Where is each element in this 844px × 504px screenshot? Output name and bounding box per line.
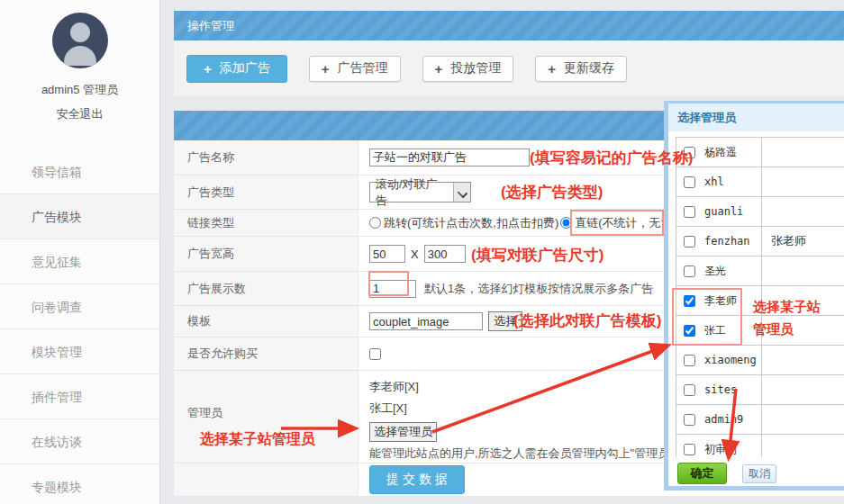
- sidebar-menu: 领导信箱 广告模块 意见征集 问卷调查 模块管理 插件管理 在线访谈 专题模块: [0, 149, 159, 504]
- admin-name: fenzhan: [704, 235, 750, 248]
- template-input[interactable]: [369, 312, 483, 330]
- plus-icon: +: [322, 61, 330, 76]
- ad-count-input[interactable]: [369, 280, 416, 298]
- avatar-person-icon: [70, 22, 90, 42]
- admin-name: xiaomeng: [704, 354, 757, 366]
- manage-ad-button[interactable]: + 广告管理: [309, 56, 401, 82]
- ad-name-label: 广告名称: [174, 140, 358, 175]
- template-pick-button[interactable]: 选择: [488, 311, 522, 331]
- admin-list: 杨路遥 xhl guanli fenzhan 张老师 圣光 李老师: [676, 137, 844, 457]
- admin-checkbox[interactable]: [684, 355, 695, 366]
- refresh-cache-button[interactable]: + 更新缓存: [535, 56, 627, 82]
- admin-name: sites: [704, 383, 737, 396]
- ad-type-select[interactable]: 滚动/对联广告: [369, 182, 471, 202]
- admins-label: 管理员: [174, 371, 358, 463]
- pick-admin-button[interactable]: 选择管理员: [369, 422, 437, 442]
- chevron-down-icon: [453, 183, 470, 202]
- sidebar-item-survey[interactable]: 问卷调查: [0, 284, 159, 329]
- admin-note: 张老师: [762, 233, 806, 249]
- popup-title: 选择管理员: [668, 104, 844, 131]
- admin-checkbox[interactable]: [684, 414, 695, 426]
- popup-cancel-button[interactable]: 取消: [742, 464, 776, 483]
- ad-name-input[interactable]: [369, 148, 530, 166]
- logout-link[interactable]: 安全退出: [0, 106, 159, 122]
- admin-row: xiaomeng: [676, 346, 844, 375]
- admin-name: 初审周: [704, 442, 737, 457]
- sidebar-item-online-interview[interactable]: 在线访谈: [0, 419, 159, 464]
- admin-row: sites: [676, 375, 844, 405]
- ad-type-label: 广告类型: [174, 176, 358, 209]
- ad-height-input[interactable]: [424, 245, 466, 263]
- plus-icon: +: [435, 61, 443, 76]
- admin-row: 张工: [676, 316, 844, 346]
- sidebar-item-plugin-manage[interactable]: 插件管理: [0, 374, 159, 419]
- sidebar-item-opinion-collect[interactable]: 意见征集: [0, 239, 159, 284]
- admin-checkbox[interactable]: [684, 325, 695, 337]
- sidebar-item-topic-module[interactable]: 专题模块: [0, 464, 159, 504]
- sidebar-item-module-manage[interactable]: 模块管理: [0, 329, 159, 374]
- admin-checkbox[interactable]: [684, 444, 695, 455]
- template-label: 模板: [174, 306, 358, 337]
- link-type-jump-label: 跳转(可统计点击次数,扣点击扣费): [384, 215, 558, 231]
- submit-button[interactable]: 提交数据: [369, 465, 465, 494]
- ad-size-label: 广告宽高: [174, 237, 358, 271]
- admin-row: admin9: [676, 405, 844, 435]
- admin-checkbox[interactable]: [684, 295, 695, 307]
- link-type-direct-radio[interactable]: [560, 217, 572, 229]
- admin-row: 杨路遥: [676, 138, 844, 167]
- admin-name: 张工: [704, 323, 726, 338]
- sidebar-item-ad-module[interactable]: 广告模块: [0, 194, 159, 239]
- sidebar-username: admin5 管理员: [0, 82, 159, 98]
- link-type-jump-radio[interactable]: [369, 217, 381, 229]
- admin-name: 李老师: [704, 293, 737, 309]
- popup-ok-button[interactable]: 确定: [677, 463, 727, 484]
- ad-type-selected-value: 滚动/对联广告: [370, 176, 453, 209]
- ad-count-label: 广告展示数: [174, 272, 358, 305]
- admin-row: 初审周: [676, 435, 844, 457]
- ad-count-hint: 默认1条，选择幻灯模板按情况展示多条广告: [424, 281, 653, 297]
- admin-checkbox[interactable]: [684, 147, 695, 158]
- link-type-label: 链接类型: [174, 210, 358, 236]
- admin-checkbox[interactable]: [684, 384, 695, 396]
- admin-checkbox[interactable]: [684, 206, 695, 218]
- admin-checkbox[interactable]: [684, 176, 695, 188]
- user-avatar: [52, 13, 108, 68]
- purchasable-label: 是否允许购买: [174, 338, 358, 370]
- ad-width-input[interactable]: [369, 245, 405, 263]
- sidebar-item-leader-mailbox[interactable]: 领导信箱: [0, 149, 159, 194]
- admin-name: xhl: [704, 176, 724, 188]
- operation-panel-title: 操作管理: [174, 11, 844, 40]
- admin-name: admin9: [704, 413, 743, 426]
- admin-name: 圣光: [704, 264, 726, 279]
- admin-row: 圣光: [676, 256, 844, 286]
- admin-checkbox[interactable]: [684, 266, 695, 277]
- admin-row: xhl: [676, 167, 844, 197]
- add-ad-button[interactable]: + 添加广告: [186, 55, 287, 83]
- admin-row: 李老师: [676, 286, 844, 316]
- purchasable-checkbox[interactable]: [369, 348, 381, 360]
- plus-icon: +: [204, 61, 212, 76]
- admin-picker-popup: 选择管理员 杨路遥 xhl guanli fenzhan 张老师 圣光: [664, 101, 844, 490]
- delivery-manage-button[interactable]: + 投放管理: [422, 56, 514, 82]
- admin-name: guanli: [704, 205, 743, 218]
- admin-checkbox[interactable]: [684, 236, 695, 248]
- admin-row: guanli: [676, 197, 844, 227]
- sidebar: admin5 管理员 安全退出 领导信箱 广告模块 意见征集 问卷调查 模块管理…: [0, 0, 160, 504]
- plus-icon: +: [548, 61, 556, 76]
- admin-row: fenzhan 张老师: [676, 227, 844, 256]
- toolbar: + 添加广告 + 广告管理 + 投放管理 + 更新缓存: [174, 40, 844, 96]
- size-separator: X: [411, 248, 419, 261]
- admin-name: 杨路遥: [704, 145, 737, 160]
- operation-panel: 操作管理 + 添加广告 + 广告管理 + 投放管理 + 更新缓存: [174, 11, 844, 96]
